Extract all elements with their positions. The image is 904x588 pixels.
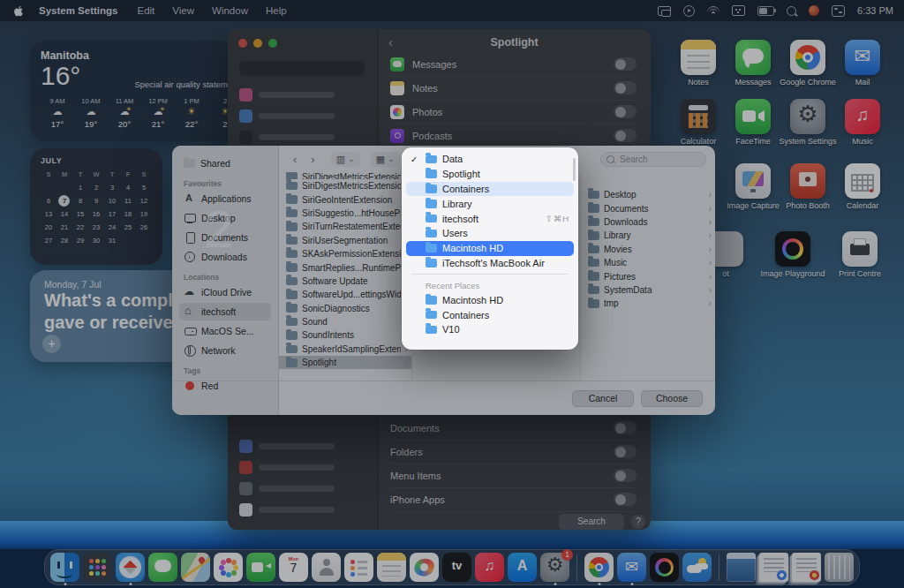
dock-item[interactable] [508, 553, 537, 582]
popup-menu-item[interactable]: Library [406, 196, 574, 211]
file-row[interactable]: Sound › [279, 315, 411, 328]
screen-time-icon[interactable] [683, 5, 695, 17]
toggle-switch[interactable] [614, 81, 637, 94]
settings-sidebar-item[interactable] [239, 86, 335, 103]
popup-menu-item[interactable]: Containers [406, 182, 574, 197]
toggle-switch[interactable] [614, 57, 637, 71]
file-row[interactable]: Documents › [581, 201, 715, 215]
file-row[interactable]: Downloads › [581, 215, 715, 229]
battery-icon[interactable] [757, 6, 774, 16]
settings-row[interactable]: Messages [390, 52, 637, 77]
desktop-icon[interactable]: FaceTime [726, 99, 780, 146]
popup-menu-item[interactable]: itechsoft ⇧⌘H [406, 211, 574, 226]
keyboard-brightness-icon[interactable] [732, 5, 745, 16]
dock-item[interactable] [759, 553, 788, 582]
apple-menu-icon[interactable] [9, 4, 28, 18]
file-row[interactable]: SKAskPermissionExtension › [279, 247, 411, 260]
settings-row[interactable]: Notes [390, 76, 637, 101]
desktop-icon[interactable]: System Settings [780, 99, 835, 146]
messages-app-icon[interactable] [735, 40, 771, 75]
settings-row[interactable]: Podcasts [390, 124, 637, 148]
notes-app-icon[interactable] [681, 40, 716, 75]
file-row[interactable]: SiriTurnRestatementExtension › [279, 220, 411, 233]
dock-item[interactable] [825, 553, 854, 582]
file-row[interactable]: Library › [581, 229, 715, 242]
file-row[interactable]: SpeakerIdSamplingExtension › [279, 343, 411, 356]
forward-button[interactable]: › [305, 153, 320, 166]
file-row[interactable]: Music › [581, 256, 715, 269]
sidebar-item[interactable]: iCloud Drive [179, 283, 271, 301]
dock-item[interactable] [410, 553, 439, 582]
file-row[interactable]: Pictures › [581, 269, 715, 283]
popup-menu-item[interactable]: Macintosh HD [406, 241, 574, 256]
popup-menu-item[interactable]: V10 [406, 322, 574, 337]
dock-item[interactable] [181, 553, 210, 582]
file-row[interactable]: SiriGeoIntentExtension › [279, 192, 411, 206]
back-button[interactable]: ‹ [288, 153, 302, 166]
journal-add-button[interactable]: + [42, 335, 61, 353]
menu-bar-clock[interactable]: 6:33 PM [857, 5, 893, 16]
menu-item[interactable]: Help [257, 5, 296, 16]
weather-widget[interactable]: Manitoba 16° Special air quality statem … [30, 41, 235, 141]
settings-row[interactable]: Documents [390, 416, 637, 441]
file-row[interactable]: Desktop › [581, 188, 715, 201]
popup-menu-item[interactable]: ✓ Data [406, 152, 574, 167]
system-settings-app-icon[interactable] [790, 99, 825, 134]
dock-item[interactable] [214, 553, 243, 582]
image-capture-app-icon[interactable] [735, 163, 771, 199]
file-row[interactable]: Movies › [581, 243, 715, 256]
dock-item[interactable]: Mon7 [279, 553, 308, 582]
dock-item[interactable] [344, 553, 373, 582]
file-row[interactable]: SoundIntents › [279, 328, 411, 342]
dock-item[interactable] [148, 553, 177, 582]
desktop-icon[interactable]: Music [835, 99, 890, 146]
menu-item[interactable]: Window [203, 5, 257, 16]
popup-menu-item[interactable]: Containers [406, 307, 574, 322]
file-row[interactable]: SoftwareUpd...ettingsWidget › [279, 288, 411, 301]
dock-item[interactable] [727, 553, 756, 582]
dock-item[interactable]: 1 [540, 553, 569, 582]
app-status-icon[interactable] [809, 5, 819, 16]
scrollbar-thumb[interactable] [573, 158, 576, 181]
desktop-icon[interactable]: Calculator [671, 99, 726, 146]
sidebar-item-shared[interactable]: Shared [179, 155, 271, 172]
settings-sidebar-item[interactable] [239, 479, 335, 497]
desktop-icon[interactable]: Calendar [835, 163, 890, 210]
dock-item[interactable] [650, 553, 679, 582]
dock-item[interactable] [312, 553, 341, 582]
print-centre-app-icon[interactable] [842, 231, 878, 267]
popup-menu-item[interactable]: Macintosh HD [406, 292, 574, 307]
view-columns-button[interactable]: ▥ ⌄ [331, 152, 360, 167]
toggle-switch[interactable] [614, 421, 637, 434]
dock-item[interactable] [576, 554, 577, 581]
desktop-icon[interactable]: Print Centre [829, 231, 891, 278]
dock-item[interactable] [442, 553, 471, 582]
sidebar-item[interactable]: itechsoft [179, 303, 271, 320]
close-window-icon[interactable] [238, 39, 247, 48]
desktop-icon[interactable]: Image Capture [726, 163, 780, 210]
toggle-switch[interactable] [614, 445, 637, 458]
dock-item[interactable] [792, 553, 821, 582]
dock-item[interactable] [682, 553, 712, 582]
desktop-icon[interactable]: Mail [835, 40, 890, 87]
dock-item[interactable] [83, 553, 112, 582]
dock-item[interactable] [50, 553, 79, 582]
facetime-app-icon[interactable] [735, 99, 771, 134]
file-row[interactable]: tmp › [581, 297, 715, 310]
file-row[interactable]: Software Update › [279, 275, 411, 288]
dock-item[interactable] [617, 553, 646, 582]
calendar-app-icon[interactable] [845, 163, 880, 199]
dock-item[interactable] [475, 553, 504, 582]
cancel-button[interactable]: Cancel [572, 390, 634, 407]
spotlight-search-icon[interactable] [787, 6, 796, 16]
mail-app-icon[interactable] [845, 40, 880, 75]
file-row[interactable]: SiriDigestMetricsExtension › [279, 172, 411, 179]
settings-row[interactable]: iPhone Apps [390, 487, 637, 512]
chrome-app-icon[interactable] [790, 40, 825, 75]
toggle-switch[interactable] [614, 469, 637, 482]
calendar-widget[interactable]: JULY SMTWTFS 123456789101112131415161718… [30, 148, 162, 265]
settings-sidebar-item[interactable] [239, 501, 335, 518]
file-row[interactable]: SiriUserSegmentation › [279, 234, 411, 247]
menu-item[interactable]: Edit [128, 5, 163, 16]
photo-booth-app-icon[interactable] [790, 163, 825, 199]
